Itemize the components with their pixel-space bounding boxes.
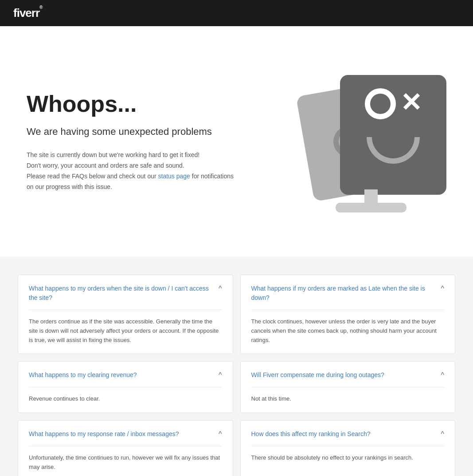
hero-body-line3: Please read the FAQs below and check out… [27,171,239,193]
faq-answer-6: There should be absolutely no effect to … [251,453,445,463]
chevron-up-icon-3: ^ [219,371,222,379]
logo-sup: ® [39,5,42,10]
faq-answer-4: Not at this time. [251,394,445,404]
faq-divider-1 [29,310,222,310]
card-front: ✕ [340,75,446,195]
faq-question-1: What happens to my orders when the site … [29,284,214,303]
status-page-link[interactable]: status page [158,173,190,180]
faq-divider-4 [251,387,445,387]
faq-divider-3 [29,387,222,387]
faq-question-row-1: What happens to my orders when the site … [29,284,222,303]
hero-title: Whoops... [27,90,239,117]
x-icon: ✕ [400,90,422,115]
faq-grid: What happens to my orders when the site … [18,275,455,476]
faq-divider-6 [251,446,445,446]
hero-body-line1: The site is currently down but we're wor… [27,150,239,161]
faq-question-5: What happens to my response rate / inbox… [29,429,214,439]
faq-card-1: What happens to my orders when the site … [18,275,233,354]
card-icons-row: ✕ [365,88,422,119]
faq-question-row-5: What happens to my response rate / inbox… [29,429,222,439]
faq-question-3: What happens to my clearing revenue? [29,370,214,380]
faq-answer-3: Revenue continues to clear. [29,394,222,404]
faq-card-2: What happens if my orders are marked as … [240,275,456,354]
faq-question-6: How does this affect my ranking in Searc… [251,429,437,439]
faq-card-5: What happens to my response rate / inbox… [18,420,233,476]
faq-card-6: How does this affect my ranking in Searc… [240,420,456,476]
stand-base [336,203,407,212]
chevron-up-icon-6: ^ [441,430,444,438]
faq-question-row-4: Will Fiverr compensate me during long ou… [251,370,445,380]
hero-body-line2: Don't worry, your account and orders are… [27,161,239,171]
hero-section: Whoops... We are having some unexpected … [0,26,473,257]
hero-body: The site is currently down but we're wor… [27,150,239,192]
monitor-stand [336,189,407,212]
stand-neck [364,189,378,203]
header: fiverr® [0,0,473,26]
faq-card-4: Will Fiverr compensate me during long ou… [240,361,456,413]
faq-divider-5 [29,446,222,446]
logo-text: fiverr [13,6,39,20]
fiverr-logo: fiverr® [13,6,42,20]
hero-illustration: ✕ [296,62,446,221]
faq-answer-5: Unfortunately, the time continues to run… [29,453,222,472]
faq-answer-2: The clock continues, however unless the … [251,317,445,345]
faq-question-row-6: How does this affect my ranking in Searc… [251,429,445,439]
faq-question-row-3: What happens to my clearing revenue? ^ [29,370,222,380]
chevron-up-icon-1: ^ [219,285,222,293]
faq-divider-2 [251,310,445,310]
chevron-up-icon-5: ^ [219,430,222,438]
hero-subtitle: We are having some unexpected problems [27,126,239,138]
faq-card-3: What happens to my clearing revenue? ^ R… [18,361,233,413]
faq-answer-1: The orders continue as if the site was a… [29,317,222,345]
faq-question-row-2: What happens if my orders are marked as … [251,284,445,303]
circle-icon [365,88,396,119]
chevron-up-icon-2: ^ [441,285,444,293]
hero-text-block: Whoops... We are having some unexpected … [27,90,239,192]
faq-question-4: Will Fiverr compensate me during long ou… [251,370,437,380]
sad-face-icon [367,137,420,164]
faq-question-2: What happens if my orders are marked as … [251,284,437,303]
chevron-up-icon-4: ^ [441,371,444,379]
faq-section: What happens to my orders when the site … [0,257,473,476]
